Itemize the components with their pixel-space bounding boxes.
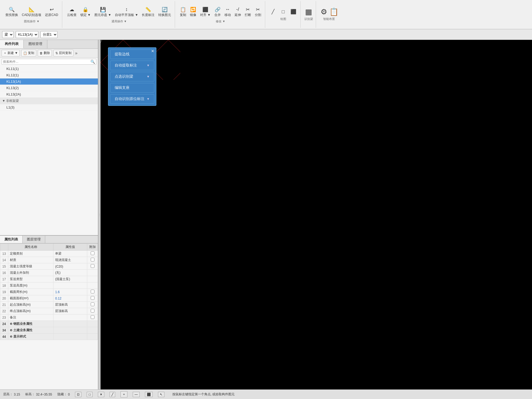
recognize-row: ▦ bbox=[304, 8, 313, 15]
layer-dropdown[interactable]: 分层1 bbox=[40, 31, 57, 38]
tab-props-list[interactable]: 属性列表 bbox=[0, 236, 23, 243]
tree-item-kl13-2[interactable]: KL13(2) bbox=[0, 85, 98, 91]
auto-recognize-original-label: 自动识别原位标注 bbox=[115, 97, 144, 101]
draw-rect-button[interactable]: □ bbox=[279, 8, 288, 15]
merge-button[interactable]: 🔗 合并 bbox=[213, 6, 222, 18]
recognize-label: 识别梁 bbox=[304, 17, 313, 21]
prop-check-19[interactable] bbox=[87, 289, 98, 295]
tab-component-list[interactable]: 构件列表 bbox=[0, 40, 24, 48]
status-toggle-6[interactable]: — bbox=[133, 392, 140, 397]
find-replace-button[interactable]: 🔍 查找替换 bbox=[4, 6, 19, 18]
prop-value-15[interactable]: (C20) bbox=[53, 263, 87, 270]
smart-layout-button[interactable]: ⚙ bbox=[320, 8, 328, 15]
recognize-beam-button[interactable]: ▦ bbox=[304, 8, 313, 15]
status-toggle-7[interactable]: ⬛ bbox=[145, 392, 153, 397]
component-search-input[interactable] bbox=[3, 60, 90, 64]
copy-component-button[interactable]: 📋 复制 bbox=[21, 50, 36, 56]
second-toolbar: 梁 KL13(1A) 分层1 bbox=[0, 29, 532, 40]
prop-value-13[interactable]: 单梁 bbox=[53, 251, 87, 257]
prop-value-17[interactable]: (混凝土泵) bbox=[53, 276, 87, 282]
prop-num-24: 24 bbox=[0, 321, 8, 327]
status-cursor-button[interactable]: ↖ bbox=[158, 392, 164, 397]
resize-handle[interactable]: ⋮ bbox=[98, 40, 101, 389]
prop-check-13[interactable] bbox=[87, 251, 98, 257]
prop-check-20[interactable] bbox=[87, 295, 98, 302]
component-list-toolbar: ＋ 新建 ▼ 📋 复制 🗑 删除 ⇅ 层间复制 » bbox=[0, 49, 98, 58]
extend-button[interactable]: -/ 延伸 bbox=[234, 6, 242, 18]
length-dim-button[interactable]: 📏 长度标注 bbox=[141, 6, 156, 18]
prop-check-15[interactable] bbox=[87, 263, 98, 270]
convert-element-button[interactable]: 🔄 转换图元 bbox=[157, 6, 172, 18]
toolbar-group-common: ☁ 云检查 🔒 锁定 ▼ 💾 图元存盘 ▼ ↕ 自动平齐顶板 ▼ 📏 长度标注 … bbox=[63, 1, 175, 28]
click-recognize-beam-button[interactable]: 点选识别梁 ▼ bbox=[110, 72, 154, 81]
prop-check-14[interactable] bbox=[87, 257, 98, 263]
delete-component-button[interactable]: 🗑 删除 bbox=[38, 50, 52, 56]
restore-cad-button[interactable]: ↩ 还原CAD bbox=[44, 6, 59, 18]
draw-fill-button[interactable]: ⬛ bbox=[289, 8, 298, 15]
cad-options-button[interactable]: 📐 CAD识别选项 bbox=[21, 6, 42, 18]
prop-check-22[interactable] bbox=[87, 308, 98, 314]
prop-name-22: 终点顶标高(m) bbox=[8, 308, 53, 314]
cloud-check-button[interactable]: ☁ 云检查 bbox=[66, 6, 78, 18]
align-top-button[interactable]: ↕ 自动平齐顶板 ▼ bbox=[114, 6, 139, 18]
smart-extra-button[interactable]: 📋 bbox=[330, 8, 338, 15]
move-button[interactable]: ↔ 移动 bbox=[223, 6, 232, 18]
tab-drawing-manage[interactable]: 图纸管理 bbox=[24, 40, 47, 48]
prop-num-14: 14 bbox=[0, 257, 8, 263]
prop-value-20[interactable]: 0.12 bbox=[53, 295, 87, 302]
tree-item-kl12[interactable]: KL12(1) bbox=[0, 72, 98, 78]
edit-support-button[interactable]: 编辑支座 bbox=[110, 83, 154, 93]
status-toggle-4[interactable]: ╱ bbox=[110, 392, 115, 397]
edit-support-label: 编辑支座 bbox=[115, 85, 130, 90]
prop-check-21[interactable] bbox=[87, 302, 98, 308]
prop-num-22: 22 bbox=[0, 308, 8, 314]
layer-height-label: 层高： bbox=[3, 392, 13, 397]
status-toggle-1[interactable]: ⊡ bbox=[75, 392, 81, 397]
lock-button[interactable]: 🔒 锁定 ▼ bbox=[79, 6, 92, 18]
left-panel: 构件列表 图纸管理 ＋ 新建 ▼ 📋 复制 🗑 删除 ⇅ 层间复制 » bbox=[0, 40, 98, 389]
hidden-label: 隐藏： bbox=[57, 392, 67, 397]
status-toggle-5[interactable]: ＋ bbox=[120, 391, 127, 397]
status-toggle-3[interactable]: ✕ bbox=[98, 392, 104, 397]
save-element-button[interactable]: 💾 图元存盘 ▼ bbox=[93, 6, 112, 18]
prop-value-14[interactable]: 现浇混凝土 bbox=[53, 257, 87, 263]
auto-extract-dim-button[interactable]: 自动提取标注 ▼ bbox=[110, 61, 154, 70]
tree-item-kl13-2a[interactable]: KL13(2A) bbox=[0, 91, 98, 98]
align-top-icon: ↕ bbox=[123, 6, 130, 13]
align-button[interactable]: ⬛ 对齐 ▼ bbox=[199, 6, 211, 18]
element-type-dropdown[interactable]: 梁 bbox=[2, 31, 14, 38]
cad-viewport[interactable]: 19 AA 19 20 221 22 1 19 K 1 J 1 H 15 G 1… bbox=[101, 40, 532, 389]
split-button[interactable]: ✂ 分割 bbox=[254, 6, 262, 18]
auto-recognize-original-button[interactable]: 自动识别原位标注 ▼ bbox=[110, 94, 154, 104]
extract-outline-button[interactable]: 提取边线 bbox=[110, 49, 154, 59]
expand-button[interactable]: » bbox=[75, 51, 77, 56]
new-component-button[interactable]: ＋ 新建 ▼ bbox=[2, 50, 20, 56]
properties-table: 属性名称 属性值 附加 13定额类别单梁14材质现浇混凝土15混凝土强度等级(C… bbox=[0, 243, 98, 340]
component-name-dropdown[interactable]: KL13(1A) bbox=[16, 31, 38, 38]
floating-close-button[interactable]: ✕ bbox=[151, 49, 154, 53]
tab-layer-manage[interactable]: 图层管理 bbox=[23, 236, 45, 243]
prop-num-18: 18 bbox=[0, 282, 8, 289]
mirror-button[interactable]: 🔁 镜像 bbox=[189, 6, 197, 18]
prop-value-21[interactable]: 层顶标高 bbox=[53, 302, 87, 308]
status-toggle-2[interactable]: □ bbox=[87, 392, 92, 397]
tree-item-kl11[interactable]: KL11(1) bbox=[0, 66, 98, 72]
prop-check-23[interactable] bbox=[87, 314, 98, 321]
draw-line-button[interactable]: ╱ bbox=[269, 8, 277, 15]
tree-item-l1[interactable]: L1(3) bbox=[0, 104, 98, 111]
prop-value-22[interactable]: 层顶标高 bbox=[53, 308, 87, 314]
new-icon: ＋ bbox=[3, 51, 7, 55]
break-button[interactable]: ✂ 打断 bbox=[244, 6, 252, 18]
layer-copy-button[interactable]: ⇅ 层间复制 bbox=[53, 50, 73, 56]
find-replace-icon: 🔍 bbox=[9, 6, 15, 13]
split-icon: ✂ bbox=[255, 6, 261, 13]
prop-name-23: 备注 bbox=[8, 314, 53, 321]
tree-item-kl13-1a[interactable]: KL13(1A) bbox=[0, 78, 98, 85]
prop-check-16 bbox=[87, 270, 98, 276]
prop-value-16[interactable]: (无) bbox=[53, 270, 87, 276]
prop-value-19[interactable]: 1.6 bbox=[53, 289, 87, 295]
prop-num-23: 23 bbox=[0, 314, 8, 321]
prop-name-14: 材质 bbox=[8, 257, 53, 263]
copy-button[interactable]: 📋 复制 bbox=[179, 6, 187, 18]
smart-row: ⚙ 📋 bbox=[320, 8, 338, 15]
